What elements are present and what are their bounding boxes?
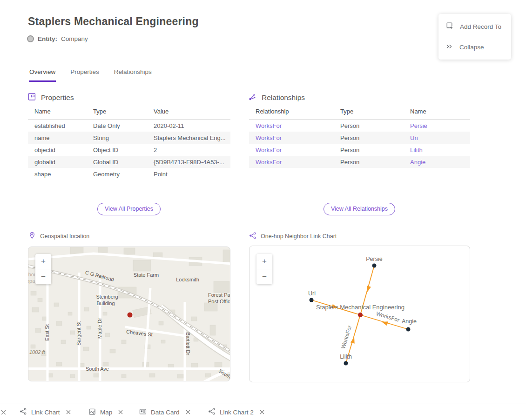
basemap-canvas[interactable]: rbour opaedics C G Railroad State Farm L… [28,247,230,381]
svg-text:Steinberg: Steinberg [96,294,118,300]
collapse-menu-item[interactable]: Collapse [445,41,504,53]
double-chevron-right-icon [445,43,453,52]
relationships-table-header: Relationship Type Name [249,106,470,120]
add-record-icon [445,22,453,31]
add-record-to-menu-item[interactable]: Add Record To [445,20,504,33]
table-row: WorksFor Person Lilith [249,144,470,156]
workspace-tab-map[interactable]: Map [88,404,123,420]
table-row: objectid Object ID 2 [28,144,230,156]
geospatial-section-title: Geospatial location [40,233,89,240]
workspace-tab-link-chart-2[interactable]: Link Chart 2 [208,404,264,420]
property-name: established [34,122,93,129]
add-record-label: Add Record To [460,23,501,30]
property-value: 2 [154,147,230,153]
entity-type: Company [61,35,88,42]
relationships-table: Relationship Type Name WorksFor Person P… [249,106,470,168]
view-all-properties-button[interactable]: View All Properties [97,203,161,215]
svg-text:State Farm: State Farm [134,272,159,278]
entity-type-color-dot [27,35,34,42]
property-name: objectid [34,147,93,153]
workspace-tab-bar: Link Chart Map Data Card [0,404,526,420]
relationship-link[interactable]: WorksFor [256,147,340,153]
svg-text:East St: East St [44,324,50,340]
node-label-lilith: Lilith [340,353,352,360]
tab-properties[interactable]: Properties [70,67,100,82]
zoom-out-button[interactable]: − [35,269,51,284]
entity-label: Entity: [38,35,57,42]
workspace-tab-label: Link Chart [31,409,60,416]
svg-text:Bartlett Dr: Bartlett Dr [185,332,191,355]
view-all-relationships-button[interactable]: View All Relationships [324,203,395,215]
node-label-persie: Persie [366,256,382,262]
workspace-tab-label: Data Card [151,409,180,416]
workspace-tab-link-chart[interactable]: Link Chart [19,404,71,420]
link-chart-canvas[interactable]: WorksFor WorksFor Persie Uri Angie Lilit… [250,246,470,382]
close-icon[interactable] [118,410,123,414]
relationship-link[interactable]: WorksFor [256,159,340,166]
column-header: Name [34,108,93,115]
related-entity-link[interactable]: Angie [410,159,470,166]
node-label-uri: Uri [308,290,316,297]
property-value: Point [154,171,230,178]
relationships-section-title: Relationships [262,93,305,102]
svg-text:South Ave: South Ave [86,366,109,372]
svg-text:Post Offic: Post Offic [208,299,230,304]
tab-relationships[interactable]: Relationships [114,67,152,82]
svg-text:Forest Par: Forest Par [208,292,230,298]
svg-text:Maple Dr: Maple Dr [97,318,102,339]
workspace-tab-label: Map [100,409,112,416]
tab-overview[interactable]: Overview [29,67,56,82]
workspace-tab-data-card[interactable]: Data Card [139,404,190,420]
edge-label: WorksFor [375,310,400,323]
table-row: name String Staplers Mechanical Eng... [28,132,230,144]
node-uri[interactable] [310,298,314,302]
record-actions-menu: Add Record To Collapse [438,14,511,60]
entity-location-marker[interactable] [128,313,133,318]
close-icon[interactable] [186,410,190,414]
map-view: + − [28,247,230,381]
related-entity-link[interactable]: Uri [410,134,470,141]
linkchart-section-header: One-hop Neighbor Link Chart [249,232,337,241]
zoom-out-button[interactable]: − [256,269,272,284]
relationship-link[interactable]: WorksFor [256,122,340,129]
close-icon[interactable] [260,410,264,414]
entity-badge: Entity: Company [27,35,88,42]
property-value: 2020-02-11 [154,122,230,129]
node-lilith[interactable] [344,361,348,366]
column-header: Type [93,108,154,115]
relationship-link[interactable]: WorksFor [256,134,340,141]
table-row: established Date Only 2020-02-11 [28,120,230,132]
data-card-icon [139,408,147,417]
column-header: Relationship [256,108,340,115]
node-center-entity[interactable] [358,313,363,317]
workspace-tab-label: Link Chart 2 [220,409,254,416]
link-chart-icon [19,407,27,417]
related-entity-link[interactable]: Persie [410,122,470,129]
data-card-icon [28,93,36,103]
page-title: Staplers Mechanical Engineering [28,15,199,28]
close-icon[interactable] [1,404,6,420]
property-name: globalid [34,159,93,166]
table-row: WorksFor Person Angie [249,156,470,168]
zoom-in-button[interactable]: + [35,254,51,269]
map-zoom-control: + − [35,254,51,284]
card-tabs: Overview Properties Relationships [29,67,152,82]
node-angie[interactable] [406,327,411,332]
property-type: Object ID [93,147,154,153]
node-persie[interactable] [372,264,377,268]
property-type: Global ID [93,159,154,166]
related-entity-link[interactable]: Lilith [410,147,470,153]
related-entity-type: Person [340,159,410,166]
close-icon[interactable] [66,410,71,414]
link-chart-icon [249,232,256,241]
zoom-in-button[interactable]: + [256,254,272,269]
node-label-angie: Angie [402,318,417,325]
related-entity-type: Person [340,134,410,141]
svg-text:1002 ft: 1002 ft [29,349,46,355]
property-type: Date Only [93,122,154,129]
table-row: shape Geometry Point [28,168,230,180]
properties-table: Name Type Value established Date Only 20… [28,106,230,180]
map-icon [88,408,96,417]
collapse-label: Collapse [459,44,484,51]
geospatial-section-header: Geospatial location [28,232,89,240]
